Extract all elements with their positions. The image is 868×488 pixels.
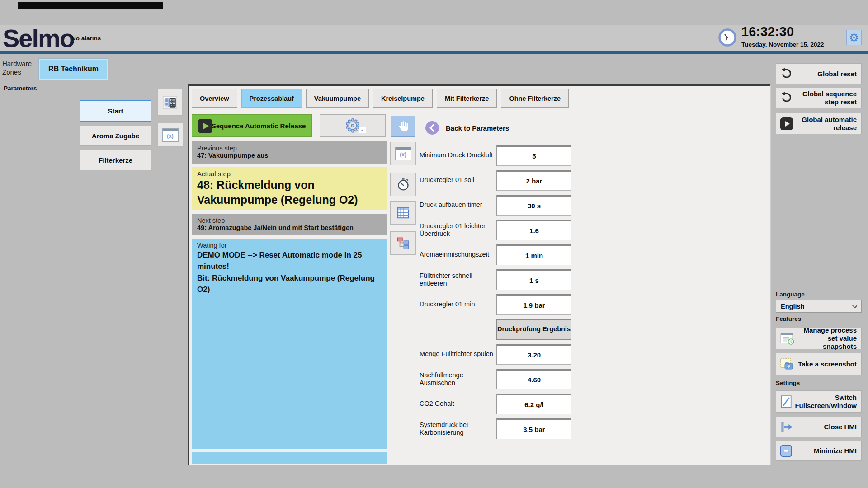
start-button[interactable]: Start <box>80 100 151 122</box>
back-to-parameters-label: Back to Parameters <box>446 124 509 132</box>
filterkerze-button[interactable]: Filterkerze <box>80 150 151 170</box>
global-sequence-step-reset-button[interactable]: Global sequence step reset <box>776 88 862 108</box>
param-value-field[interactable]: 30 s <box>496 195 571 216</box>
header-divider <box>0 51 868 54</box>
druckpruefung-ergebnis-button[interactable]: Druckprüfung Ergebnis <box>496 319 571 340</box>
tab-kreiselpumpe[interactable]: Kreiselpumpe <box>373 89 433 108</box>
previous-step-text: 47: Vakuumpumpe aus <box>197 152 382 159</box>
previous-step-panel: Previous step 47: Vakuumpumpe aus <box>192 141 387 164</box>
next-step-panel: Next step 49: Aromazugabe Ja/Nein und mi… <box>192 214 387 235</box>
back-to-parameters-button[interactable] <box>425 121 439 135</box>
hardware-zones-label: Hardware Zones <box>2 60 37 77</box>
alarm-status: No alarms <box>71 35 101 42</box>
parameters-label: Parameters <box>4 85 37 92</box>
param-label: CO2 Gehalt <box>420 394 495 414</box>
selmo-logo: Selmo <box>3 23 74 53</box>
tab-prozessablauf[interactable]: Prozessablauf <box>241 89 302 108</box>
chevron-left-icon <box>426 122 439 134</box>
snapshots-icon <box>780 332 794 345</box>
take-screenshot-button[interactable]: Take a screenshot <box>776 353 862 375</box>
variable-window-icon: (x) <box>395 147 411 160</box>
features-heading: Features <box>776 315 801 322</box>
stopwatch-icon <box>396 178 410 191</box>
tab-mit-filterkerze[interactable]: Mit Filterkerze <box>437 89 497 108</box>
next-step-label: Next step <box>197 217 382 224</box>
previous-step-label: Previous step <box>197 145 382 152</box>
waiting-for-line2: Bit: Rückmeldung von Vaakumpumpe (Regelu… <box>197 273 382 295</box>
fullscreen-window-icon <box>780 395 793 408</box>
param-label: Systemdruck bei Karbonisierung <box>420 418 495 439</box>
tab-vakuumpumpe[interactable]: Vakuumpumpe <box>306 89 369 108</box>
check-icon: ✓ <box>359 127 366 133</box>
variable-window-button-2[interactable]: (x) <box>390 142 416 165</box>
reset-icon <box>780 91 793 105</box>
hand-icon <box>396 120 410 133</box>
tab-overview[interactable]: Overview <box>192 89 237 108</box>
screenshot-camera-icon <box>780 357 793 371</box>
tab-ohne-filterkerze[interactable]: Ohne Filterkerze <box>501 89 569 108</box>
param-value-field[interactable]: 4.60 <box>496 369 571 389</box>
table-grid-icon <box>396 206 410 220</box>
param-value-field[interactable]: 3.5 bar <box>496 418 571 439</box>
exit-arrow-icon <box>780 420 793 434</box>
sequence-automatic-release-button[interactable]: Sequence Automatic Release <box>192 114 312 137</box>
language-heading: Language <box>776 291 805 298</box>
actual-step-label: Actual step <box>197 170 382 178</box>
minimize-icon <box>780 445 793 457</box>
waiting-for-panel: Wating for DEMO MODE --> Reset Automatic… <box>192 239 387 449</box>
param-label: Nachfüllmenge Ausmischen <box>420 369 495 389</box>
play-icon <box>198 118 213 134</box>
param-label: Minimum Druck Druckluft <box>420 145 495 166</box>
stopwatch-button[interactable] <box>390 173 416 196</box>
param-value-field[interactable]: 5 <box>496 145 571 166</box>
title-bar-strip <box>18 2 163 9</box>
param-value-field[interactable]: 3.20 <box>496 344 571 365</box>
hmi-screen: Selmo No alarms 16:32:30 Tuesday, Novemb… <box>0 0 868 488</box>
manual-hand-button[interactable] <box>391 116 415 137</box>
variable-window-icon: (x) <box>162 128 179 142</box>
sequence-settings-button[interactable]: ⚙ ✓ <box>320 114 386 137</box>
clock-time: 16:32:30 <box>741 24 794 39</box>
param-value-field[interactable]: 6.2 g/l <box>496 394 571 414</box>
switch-fullscreen-button[interactable]: Switch Fullscreen/Window <box>776 390 862 413</box>
waiting-for-label: Wating for <box>197 242 382 249</box>
next-waiting-panel-strip <box>192 452 387 464</box>
param-value-field[interactable]: 2 bar <box>496 170 571 191</box>
actual-step-text: 48: Rückmeldung von Vakuumpumpe (Regelun… <box>197 178 382 207</box>
header-band <box>0 25 868 51</box>
close-hmi-button[interactable]: Close HMI <box>776 417 862 437</box>
param-value-field[interactable]: 1.9 bar <box>496 294 571 315</box>
hardware-panel-button[interactable] <box>157 89 183 116</box>
language-select[interactable]: English <box>776 300 862 313</box>
flowchart-icon <box>396 236 410 250</box>
clock-icon <box>718 28 737 47</box>
table-grid-button[interactable] <box>390 201 416 225</box>
actual-step-panel: Actual step 48: Rückmeldung von Vakuumpu… <box>192 167 387 210</box>
global-automatic-release-button[interactable]: Global automatic release <box>776 113 862 134</box>
zone-tab-rb-technikum[interactable]: RB Technikum <box>39 59 108 80</box>
param-value-field[interactable]: 1 min <box>496 244 571 265</box>
clock-date: Tuesday, November 15, 2022 <box>741 41 824 48</box>
param-label: Druckregler 01 soll <box>420 170 495 191</box>
settings-gear-button[interactable]: ⚙ <box>846 30 862 45</box>
waiting-for-line1: DEMO MODE --> Reset Automatic mode in 25… <box>197 250 382 272</box>
global-reset-button[interactable]: Global reset <box>776 63 862 84</box>
next-step-text: 49: Aromazugabe Ja/Nein und mit Start be… <box>197 224 382 231</box>
settings-heading: Settings <box>776 380 800 386</box>
aroma-zugabe-button[interactable]: Aroma Zugabe <box>80 126 151 146</box>
manage-snapshots-button[interactable]: Manage process set value snapshots <box>776 328 862 349</box>
param-label: Druckregler 01 leichter Überdruck <box>420 220 495 240</box>
param-label: Druckregler 01 min <box>420 294 495 315</box>
play-icon <box>780 117 793 131</box>
chevron-down-icon <box>852 303 857 308</box>
minimize-hmi-button[interactable]: Minimize HMI <box>776 441 862 461</box>
flowchart-button[interactable] <box>390 231 416 255</box>
param-value-field[interactable]: 1 s <box>496 269 571 290</box>
gear-icon: ⚙ <box>849 32 859 43</box>
param-label: Menge Fülltrichter spülen <box>420 344 495 365</box>
param-label: Aromaeinmischungszeit <box>420 244 495 265</box>
reset-icon <box>780 67 793 81</box>
param-label: Druck aufbauen timer <box>420 195 495 216</box>
param-value-field[interactable]: 1.6 <box>496 220 571 240</box>
variable-window-button[interactable]: (x) <box>157 123 183 147</box>
